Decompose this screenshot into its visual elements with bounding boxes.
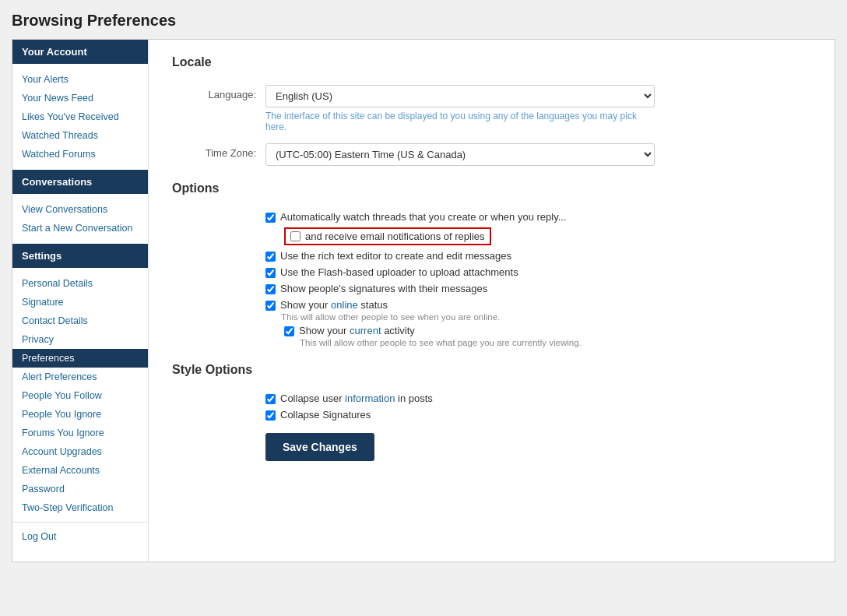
checkbox-row-auto-watch: Automatically watch threads that you cre… xyxy=(265,211,811,223)
checkbox-sub-online-status: This will allow other people to see when… xyxy=(281,312,811,322)
checkbox-row-show-signatures: Show people's signatures with their mess… xyxy=(265,283,811,294)
sidebar-item-watched-forums[interactable]: Watched Forums xyxy=(12,145,148,164)
style-options-section: Style Options Collapse user information … xyxy=(172,363,811,461)
save-changes-button[interactable]: Save Changes xyxy=(265,433,374,461)
sidebar-item-account-upgrades[interactable]: Account Upgrades xyxy=(12,442,148,461)
language-row: Language: English (US) The interface of … xyxy=(172,85,811,132)
checkbox-row-flash-uploader: Use the Flash-based uploader to upload a… xyxy=(265,266,811,278)
sidebar-header-settings: Settings xyxy=(12,244,148,268)
checkbox-row-rich-text: Use the rich text editor to create and e… xyxy=(265,250,811,262)
checkbox-row-current-activity-inner: Show your current activity xyxy=(284,325,811,336)
sidebar-item-external-accounts[interactable]: External Accounts xyxy=(12,461,148,480)
checkbox-row-online-status: Show your online status This will allow … xyxy=(265,299,811,322)
sidebar-divider xyxy=(12,522,148,523)
style-options-title: Style Options xyxy=(172,363,811,380)
timezone-select[interactable]: (UTC-05:00) Eastern Time (US & Canada) xyxy=(265,143,655,166)
sidebar-item-preferences[interactable]: Preferences xyxy=(12,349,148,368)
language-label: Language: xyxy=(172,85,265,100)
timezone-field: (UTC-05:00) Eastern Time (US & Canada) xyxy=(265,143,811,166)
locale-section-title: Locale xyxy=(172,55,811,72)
sidebar-item-logout[interactable]: Log Out xyxy=(12,527,148,546)
options-content: Automatically watch threads that you cre… xyxy=(172,211,811,347)
checkbox-rich-text[interactable] xyxy=(265,252,276,262)
checkbox-row-email-notify-wrapper: and receive email notifications of repli… xyxy=(284,227,811,245)
checkbox-current-activity[interactable] xyxy=(284,326,294,336)
page-title: Browsing Preferences xyxy=(12,12,835,30)
checkbox-row-collapse-userinfo: Collapse user information in posts xyxy=(265,392,811,404)
checkbox-email-notify[interactable] xyxy=(290,231,300,241)
timezone-row: Time Zone: (UTC-05:00) Eastern Time (US … xyxy=(172,143,811,166)
options-section: Options Automatically watch threads that… xyxy=(172,181,811,347)
sidebar-item-view-conversations[interactable]: View Conversations xyxy=(12,200,148,219)
checkbox-collapse-userinfo[interactable] xyxy=(265,394,276,404)
language-select[interactable]: English (US) xyxy=(265,85,655,107)
checkbox-sub-current-activity: This will allow other people to see what… xyxy=(300,338,811,347)
sidebar-header-your-account: Your Account xyxy=(12,40,148,64)
sidebar-item-start-new-conversation[interactable]: Start a New Conversation xyxy=(12,219,148,238)
sidebar-item-contact-details[interactable]: Contact Details xyxy=(12,312,148,330)
checkbox-row-collapse-signatures: Collapse Signatures xyxy=(265,409,811,421)
sidebar-item-forums-you-ignore[interactable]: Forums You Ignore xyxy=(12,424,148,442)
sidebar-item-alert-preferences[interactable]: Alert Preferences xyxy=(12,368,148,386)
sidebar-item-your-alerts[interactable]: Your Alerts xyxy=(12,70,148,89)
checkbox-label-collapse-signatures: Collapse Signatures xyxy=(280,409,371,421)
sidebar-header-conversations: Conversations xyxy=(12,170,148,194)
checkbox-row-email-notify-highlighted: and receive email notifications of repli… xyxy=(284,227,491,245)
checkbox-row-current-activity: Show your current activity This will all… xyxy=(284,325,811,347)
language-field: English (US) The interface of this site … xyxy=(265,85,811,132)
sidebar-item-privacy[interactable]: Privacy xyxy=(12,330,148,349)
main-content: Locale Language: English (US) The interf… xyxy=(149,40,835,561)
checkbox-auto-watch[interactable] xyxy=(265,213,276,223)
sidebar-item-personal-details[interactable]: Personal Details xyxy=(12,274,148,293)
sidebar-item-people-you-follow[interactable]: People You Follow xyxy=(12,386,148,405)
checkbox-online-status[interactable] xyxy=(265,301,276,311)
checkbox-collapse-signatures[interactable] xyxy=(265,410,276,421)
checkbox-flash-uploader[interactable] xyxy=(265,268,276,278)
language-hint: The interface of this site can be displa… xyxy=(265,111,655,132)
style-options-content: Collapse user information in posts Colla… xyxy=(172,392,811,461)
options-section-title: Options xyxy=(172,181,811,199)
checkbox-label-flash-uploader: Use the Flash-based uploader to upload a… xyxy=(280,266,518,278)
checkbox-label-rich-text: Use the rich text editor to create and e… xyxy=(280,250,511,262)
sidebar-item-watched-threads[interactable]: Watched Threads xyxy=(12,126,148,145)
checkbox-label-auto-watch: Automatically watch threads that you cre… xyxy=(280,211,567,223)
sidebar-item-signature[interactable]: Signature xyxy=(12,293,148,312)
checkbox-show-signatures[interactable] xyxy=(265,284,276,294)
sidebar-item-two-step-verification[interactable]: Two-Step Verification xyxy=(12,498,148,517)
checkbox-label-show-signatures: Show people's signatures with their mess… xyxy=(280,283,487,294)
checkbox-row-online-inner: Show your online status xyxy=(265,299,811,311)
checkbox-label-collapse-userinfo: Collapse user information in posts xyxy=(280,392,433,404)
checkbox-label-email-notify: and receive email notifications of repli… xyxy=(305,231,485,242)
sidebar-item-likes-received[interactable]: Likes You've Received xyxy=(12,107,148,126)
checkbox-label-online-status: Show your online status xyxy=(280,299,388,311)
locale-section: Locale Language: English (US) The interf… xyxy=(172,55,811,166)
sidebar-item-password[interactable]: Password xyxy=(12,480,148,498)
timezone-label: Time Zone: xyxy=(172,143,265,159)
sidebar: Your Account Your Alerts Your News Feed … xyxy=(12,40,149,561)
sidebar-item-people-you-ignore[interactable]: People You Ignore xyxy=(12,405,148,424)
sidebar-item-your-news-feed[interactable]: Your News Feed xyxy=(12,89,148,107)
checkbox-label-current-activity: Show your current activity xyxy=(299,325,415,336)
